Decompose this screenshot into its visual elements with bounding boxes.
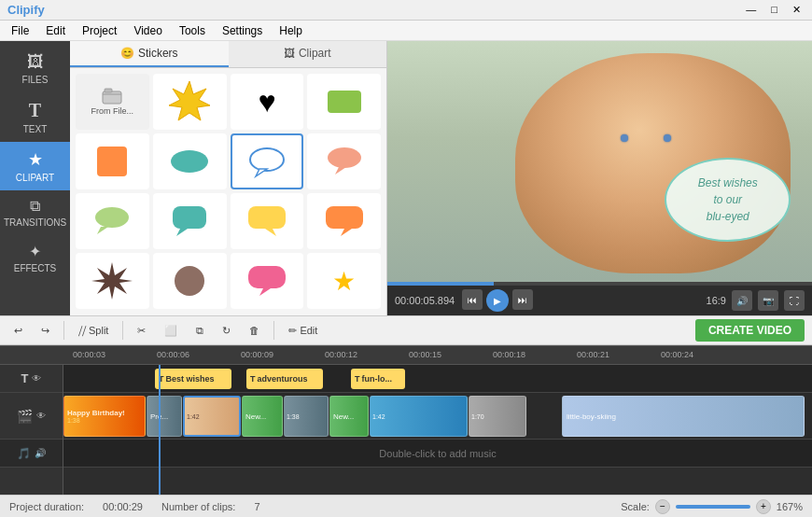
split-label: Split	[89, 325, 108, 336]
delete-button[interactable]: 🗑	[243, 322, 266, 339]
crop-button[interactable]: ⬜	[158, 322, 184, 340]
close-button[interactable]: ✕	[789, 4, 805, 16]
text-icon: T	[29, 100, 41, 121]
sticker-orange-speech[interactable]	[307, 193, 381, 249]
redo-button[interactable]: ↪	[35, 322, 56, 340]
timeline: 00:00:03 00:00:06 00:00:09 00:00:12 00:0…	[0, 345, 812, 495]
create-video-button[interactable]: CREATE VIDEO	[695, 319, 805, 342]
window-controls[interactable]: — □ ✕	[742, 4, 805, 16]
sticker-green-speech-left[interactable]	[76, 193, 149, 249]
timeline-body: T 👁 🎬 👁 🎵 🔊 T Best wishes	[0, 365, 812, 495]
app-title: Clipify	[7, 3, 45, 17]
sidebar-item-transitions[interactable]: ⧉ TRANSITIONS	[0, 190, 70, 235]
sticker-salmon-speech[interactable]	[307, 133, 381, 189]
sticker-explosion[interactable]	[153, 74, 227, 130]
sticker-heart[interactable]: ♥	[231, 74, 304, 130]
forward-button[interactable]: ⏭	[512, 289, 533, 310]
sticker-green-rounded-rect[interactable]	[307, 74, 381, 130]
sticker-yellow-star[interactable]: ★	[307, 253, 381, 309]
edit-button[interactable]: ✏ Edit	[282, 322, 324, 340]
text-clip-label-2: fun-lo...	[362, 374, 393, 384]
cut-button[interactable]: ✂	[131, 322, 152, 340]
stickers-icon: 😊	[120, 47, 134, 60]
ruler-mark-4: 00:00:15	[409, 350, 441, 359]
video1-icon: 🎬	[17, 409, 33, 424]
main-layout: 🖼 FILES T TEXT ★ CLIPART ⧉ TRANSITIONS ✦…	[0, 41, 812, 315]
sidebar-label-effects: EFFECTS	[14, 263, 57, 273]
video-clip-7[interactable]: 1:42	[370, 396, 468, 437]
menu-settings[interactable]: Settings	[215, 22, 270, 39]
svg-marker-12	[265, 229, 276, 236]
video-clip-birthday[interactable]: Happy Birthday! 1:38	[63, 396, 146, 437]
scale-decrease-button[interactable]: −	[655, 499, 670, 514]
text-clip-adventurous[interactable]: T adventurous	[246, 369, 323, 389]
rewind-button[interactable]: ⏮	[462, 289, 483, 310]
from-file-label: From File...	[91, 106, 134, 116]
text-clip-label-0: Best wishes	[166, 374, 215, 384]
svg-rect-0	[103, 91, 121, 104]
text-clip-best-wishes[interactable]: T Best wishes	[155, 369, 231, 389]
svg-rect-9	[173, 206, 206, 229]
scale-increase-button[interactable]: +	[756, 499, 771, 514]
svg-point-3	[250, 148, 284, 171]
sidebar-item-text[interactable]: T TEXT	[0, 92, 70, 142]
edit-label: Edit	[300, 325, 317, 336]
sticker-grid: From File... ♥	[76, 74, 381, 309]
panel-content[interactable]: From File... ♥	[70, 68, 386, 315]
sticker-from-file[interactable]: From File...	[76, 74, 149, 130]
undo-button[interactable]: ↩	[7, 322, 29, 340]
video-clip-skiing[interactable]: little-boy-skiing	[562, 396, 805, 437]
menu-tools[interactable]: Tools	[172, 22, 213, 39]
sticker-teal-oval[interactable]	[153, 133, 227, 189]
aspect-ratio: 16:9	[707, 295, 726, 306]
play-button[interactable]: ▶	[486, 289, 509, 312]
sidebar-item-files[interactable]: 🖼 FILES	[0, 45, 70, 92]
text-clip-icon3: T	[355, 374, 360, 384]
sticker-brown-circle[interactable]	[153, 253, 227, 309]
track-label-video1: 🎬 👁	[0, 393, 63, 440]
fullscreen-button[interactable]: ⛶	[784, 290, 805, 311]
menu-video[interactable]: Video	[126, 22, 169, 39]
video-clip-2[interactable]: Pre...	[147, 396, 182, 437]
minimize-button[interactable]: —	[742, 4, 760, 16]
sticker-teal-speech-bubble[interactable]	[153, 193, 227, 249]
menu-edit[interactable]: Edit	[38, 22, 73, 39]
video-clip-8[interactable]: 1:70	[469, 396, 526, 437]
volume-button[interactable]: 🔊	[732, 290, 752, 311]
sticker-yellow-speech[interactable]	[231, 193, 304, 249]
svg-point-5	[328, 147, 361, 168]
sticker-pink-speech[interactable]	[231, 253, 304, 309]
menubar: File Edit Project Video Tools Settings H…	[0, 21, 812, 41]
duration-label: Project duration:	[9, 501, 84, 512]
menu-project[interactable]: Project	[75, 22, 124, 39]
add-music-label[interactable]: Double-click to add music	[379, 448, 496, 459]
ruler-mark-3: 00:00:12	[325, 350, 357, 359]
maximize-button[interactable]: □	[767, 4, 781, 16]
svg-rect-13	[326, 206, 363, 229]
menu-help[interactable]: Help	[272, 22, 310, 39]
camera-button[interactable]: 📷	[758, 290, 778, 311]
scale-slider[interactable]	[676, 505, 750, 509]
video-clip-baby[interactable]: 1:42	[183, 396, 241, 437]
rotate-button[interactable]: ↻	[216, 322, 237, 340]
track-labels: T 👁 🎬 👁 🎵 🔊	[0, 365, 63, 495]
sticker-dark-starburst[interactable]	[76, 253, 149, 309]
toolbar-separator-3	[273, 321, 274, 340]
split-button[interactable]: ⧸⧸ Split	[72, 322, 115, 340]
text-clip-funlo[interactable]: T fun-lo...	[351, 369, 405, 389]
sidebar-item-effects[interactable]: ✦ EFFECTS	[0, 235, 70, 281]
ruler-mark-1: 00:00:06	[157, 350, 189, 359]
tab-stickers[interactable]: 😊 Stickers	[70, 41, 229, 67]
tab-clipart[interactable]: 🖼 Clipart	[229, 41, 387, 67]
copy-button[interactable]: ⧉	[189, 322, 210, 340]
sticker-orange-square[interactable]	[76, 133, 149, 189]
video-clip-6[interactable]: New...	[329, 396, 369, 437]
video-clip-4[interactable]: New...	[242, 396, 283, 437]
svg-marker-15	[91, 262, 133, 300]
sticker-speech-white[interactable]	[231, 133, 304, 189]
menu-file[interactable]: File	[4, 22, 36, 39]
video-clip-5[interactable]: 1:38	[284, 396, 329, 437]
sidebar-label-transitions: TRANSITIONS	[4, 217, 66, 228]
sidebar-item-clipart[interactable]: ★ CLIPART	[0, 142, 70, 190]
scale-control: Scale: − + 167%	[621, 499, 803, 514]
